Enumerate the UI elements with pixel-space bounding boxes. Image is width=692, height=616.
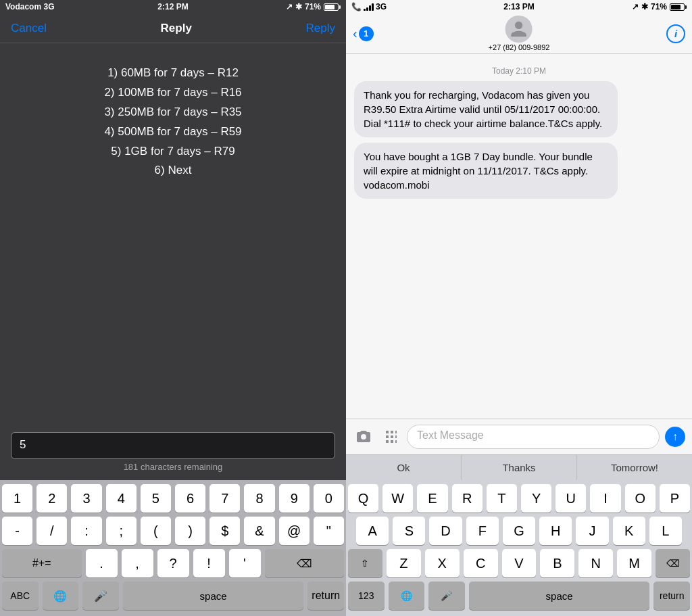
key-semicolon[interactable]: ; xyxy=(106,517,137,545)
key-question[interactable]: ? xyxy=(157,549,189,577)
back-chevron-icon: ‹ xyxy=(353,26,357,41)
cancel-button[interactable]: Cancel xyxy=(11,22,47,35)
message-input[interactable]: Text Message xyxy=(407,425,660,449)
key-5[interactable]: 5 xyxy=(141,484,171,513)
key-g[interactable]: G xyxy=(503,517,535,545)
key-h[interactable]: H xyxy=(539,517,572,545)
key-k[interactable]: K xyxy=(613,517,645,545)
key-1[interactable]: 1 xyxy=(2,484,32,513)
info-button[interactable]: i xyxy=(666,24,685,43)
key-colon[interactable]: : xyxy=(71,517,101,545)
key-o[interactable]: O xyxy=(625,484,656,513)
key-t[interactable]: T xyxy=(487,484,517,513)
kb-row-3: #+= . , ? ! ' ⌫ xyxy=(2,549,344,577)
key-period[interactable]: . xyxy=(86,549,118,577)
key-quote[interactable]: " xyxy=(314,517,344,545)
menu-line-3: 3) 250MB for 7 days – R35 xyxy=(104,103,241,122)
camera-button[interactable] xyxy=(353,426,374,448)
kb-row-2: - / : ; ( ) $ & @ " xyxy=(2,517,344,545)
key-at[interactable]: @ xyxy=(279,517,310,545)
key-4[interactable]: 4 xyxy=(106,484,137,513)
quick-reply-tomorrow[interactable]: Tomorrow! xyxy=(577,455,692,480)
key-8[interactable]: 8 xyxy=(244,484,274,513)
key-comma[interactable]: , xyxy=(122,549,153,577)
key-j[interactable]: J xyxy=(576,517,608,545)
globe-icon[interactable]: 🌐 xyxy=(43,582,79,610)
carrier-right: 📞 3G xyxy=(351,2,463,11)
menu-line-5: 5) 1GB for 7 days – R79 xyxy=(104,142,241,162)
key-9[interactable]: 9 xyxy=(279,484,310,513)
char-count: 181 characters remaining xyxy=(11,462,335,472)
mic-icon[interactable]: 🎤 xyxy=(82,582,119,610)
key-p[interactable]: P xyxy=(660,484,690,513)
key-123[interactable]: 123 xyxy=(348,582,385,610)
reply-button[interactable]: Reply xyxy=(306,22,335,35)
key-ampersand[interactable]: & xyxy=(244,517,274,545)
key-f[interactable]: F xyxy=(466,517,499,545)
carrier-left: Vodacom 3G xyxy=(5,2,117,11)
key-rparen[interactable]: ) xyxy=(175,517,205,545)
kb-row-r2: A S D F G H J K L xyxy=(348,517,690,545)
key-s[interactable]: S xyxy=(393,517,425,545)
key-3[interactable]: 3 xyxy=(71,484,101,513)
globe-icon-right[interactable]: 🌐 xyxy=(389,582,425,610)
app-store-button[interactable] xyxy=(380,426,401,448)
key-c[interactable]: C xyxy=(464,549,498,577)
key-i[interactable]: I xyxy=(590,484,620,513)
key-7[interactable]: 7 xyxy=(209,484,240,513)
date-label: Today 2:10 PM xyxy=(354,66,684,76)
phone-icon: 📞 xyxy=(351,2,362,11)
message-content-left: 1) 60MB for 7 days – R12 2) 100MB for 7 … xyxy=(0,43,346,424)
key-a[interactable]: A xyxy=(356,517,389,545)
key-l[interactable]: L xyxy=(649,517,682,545)
quick-reply-ok[interactable]: Ok xyxy=(346,455,462,480)
delete-key-right[interactable]: ⌫ xyxy=(656,549,690,577)
key-r[interactable]: R xyxy=(452,484,483,513)
key-abc[interactable]: ABC xyxy=(2,582,39,610)
delete-key[interactable]: ⌫ xyxy=(265,549,345,577)
mic-icon-right[interactable]: 🎤 xyxy=(428,582,465,610)
kb-row-4: ABC 🌐 🎤 space return xyxy=(2,582,344,610)
quick-reply-bar: Ok Thanks Tomorrow! xyxy=(346,454,692,480)
key-dollar[interactable]: $ xyxy=(209,517,240,545)
key-2[interactable]: 2 xyxy=(36,484,67,513)
key-apostrophe[interactable]: ' xyxy=(229,549,261,577)
key-e[interactable]: E xyxy=(417,484,447,513)
reply-input[interactable]: 5 xyxy=(11,432,335,459)
key-v[interactable]: V xyxy=(502,549,537,577)
key-x[interactable]: X xyxy=(425,549,460,577)
key-b[interactable]: B xyxy=(540,549,574,577)
space-key-right[interactable]: space xyxy=(469,582,650,610)
key-w[interactable]: W xyxy=(382,484,413,513)
key-slash[interactable]: / xyxy=(36,517,67,545)
key-m[interactable]: M xyxy=(617,549,651,577)
kb-row-r1: Q W E R T Y U I O P xyxy=(348,484,690,513)
icons-left: ↗ ✱ 71% xyxy=(229,2,341,11)
quick-reply-thanks[interactable]: Thanks xyxy=(462,455,577,480)
shift-key[interactable]: ⇧ xyxy=(348,549,382,577)
message-placeholder: Text Message xyxy=(417,429,484,441)
send-button[interactable]: ↑ xyxy=(665,427,685,447)
key-6[interactable]: 6 xyxy=(175,484,205,513)
return-key-right[interactable]: return xyxy=(653,582,690,610)
key-exclaim[interactable]: ! xyxy=(193,549,225,577)
space-key-left[interactable]: space xyxy=(123,582,304,610)
back-count-badge: 1 xyxy=(359,26,374,41)
back-button[interactable]: ‹ 1 xyxy=(353,26,374,41)
contact-number: +27 (82) 009-9892 xyxy=(489,43,550,51)
key-y[interactable]: Y xyxy=(521,484,551,513)
message-bubble-2: You have bought a 1GB 7 Day bundle. Your… xyxy=(354,143,618,199)
key-u[interactable]: U xyxy=(555,484,586,513)
key-d[interactable]: D xyxy=(429,517,462,545)
menu-line-1: 1) 60MB for 7 days – R12 xyxy=(104,64,241,83)
return-key-left[interactable]: return xyxy=(307,582,344,610)
key-q[interactable]: Q xyxy=(348,484,378,513)
key-dash[interactable]: - xyxy=(2,517,32,545)
battery-percent-left: 71% xyxy=(305,2,321,11)
key-symbols[interactable]: #+= xyxy=(2,549,82,577)
key-z[interactable]: Z xyxy=(387,549,421,577)
key-lparen[interactable]: ( xyxy=(141,517,171,545)
time-left: 2:12 PM xyxy=(117,2,228,11)
key-n[interactable]: N xyxy=(578,549,613,577)
key-0[interactable]: 0 xyxy=(314,484,344,513)
